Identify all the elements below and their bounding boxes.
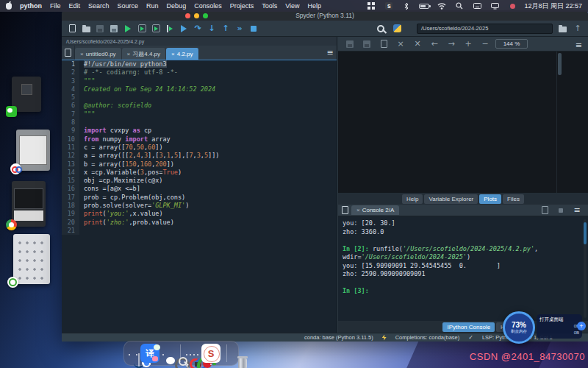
menu-item[interactable]: File bbox=[50, 2, 61, 10]
console-list-button[interactable] bbox=[338, 206, 351, 214]
plots-options-button[interactable]: ≡ bbox=[576, 38, 582, 51]
window-titlebar[interactable]: Spyder (Python 3.11) bbox=[62, 10, 588, 21]
menu-item[interactable]: Debug bbox=[167, 2, 187, 10]
next-plot[interactable]: → bbox=[445, 38, 457, 50]
code-line: 9import cvxpy as cp bbox=[62, 127, 337, 135]
editor-tab[interactable]: ×习题4.4.py bbox=[122, 48, 166, 60]
line-number: 4 bbox=[62, 85, 79, 93]
menu-item[interactable]: Tools bbox=[262, 2, 277, 10]
step-over[interactable]: ↷ bbox=[192, 23, 204, 35]
code-editor[interactable]: 1#!/usr/bin/env python32# -*- codiarng: … bbox=[62, 60, 337, 333]
code-text: @author: scofieldo bbox=[79, 102, 151, 110]
plots-content[interactable] bbox=[338, 52, 588, 193]
plots-scrollbar[interactable] bbox=[558, 53, 562, 75]
menu-item[interactable]: Projects bbox=[230, 2, 254, 10]
status-completions: Completions: conda(base) bbox=[395, 334, 460, 341]
menu-item[interactable]: python bbox=[20, 2, 42, 10]
previous-plot[interactable]: ← bbox=[429, 38, 440, 50]
apple-menu-icon[interactable] bbox=[6, 3, 12, 10]
preferences-wrench[interactable] bbox=[375, 23, 387, 35]
menu-clock[interactable]: 12月8日 周日 22:57 bbox=[524, 1, 582, 11]
console-tab[interactable]: × Console 2/A bbox=[351, 205, 399, 215]
editor-tab[interactable]: ×untitled0.py bbox=[75, 48, 122, 60]
panel-tab-files[interactable]: Files bbox=[503, 194, 524, 204]
bluetooth-icon[interactable] bbox=[401, 0, 412, 12]
line-number: 7 bbox=[62, 110, 79, 118]
menu-item[interactable]: Edit bbox=[69, 2, 81, 10]
menu-item[interactable]: Source bbox=[118, 2, 139, 10]
panel-tab-plots[interactable]: Plots bbox=[479, 194, 501, 204]
close-icon[interactable]: × bbox=[127, 51, 131, 57]
record-dot-icon[interactable] bbox=[506, 0, 518, 12]
editor-breadcrumb: /Users/scofieldo/2024-2025/4.2.py bbox=[62, 37, 337, 46]
menu-item[interactable]: Consoles bbox=[194, 2, 222, 10]
step-out[interactable]: ↑ bbox=[220, 23, 232, 35]
debug[interactable] bbox=[178, 23, 190, 35]
run[interactable] bbox=[122, 23, 134, 35]
editor-options-button[interactable]: ≡ bbox=[323, 46, 337, 60]
save[interactable] bbox=[94, 23, 106, 35]
remove-all-plots[interactable]: ✕ bbox=[412, 38, 423, 50]
code-text bbox=[79, 118, 84, 127]
new-console-icon[interactable] bbox=[539, 205, 550, 216]
editor-tab[interactable]: ×4.2.py bbox=[166, 48, 198, 60]
display-icon[interactable] bbox=[489, 0, 501, 12]
menu-icon[interactable]: ≡ bbox=[572, 205, 582, 216]
console-output[interactable]: you: [20. 30.]zho: 3360.0 In [2]: runfil… bbox=[338, 216, 588, 321]
line-number: 5 bbox=[62, 93, 79, 102]
code-text: a = array([[2,4,3],[3,1,5],[7,3,5]]) bbox=[79, 152, 219, 160]
plus-icon[interactable]: + bbox=[577, 322, 586, 330]
code-text: print('zho:',prob.value) bbox=[79, 219, 174, 227]
memory-tooltip[interactable]: 打开桌面端 0B0B + bbox=[537, 314, 582, 339]
open-file[interactable] bbox=[80, 23, 92, 35]
remove-plot[interactable]: × bbox=[395, 38, 406, 50]
panel-tab-variable-explorer[interactable]: Variable Explorer bbox=[424, 194, 478, 204]
panel-tab-help[interactable]: Help bbox=[402, 194, 423, 204]
memory-percent-bubble[interactable]: 73% 剩余内存 bbox=[503, 311, 535, 344]
run-cell[interactable] bbox=[136, 23, 148, 35]
wifi-icon[interactable] bbox=[436, 0, 448, 12]
copy-image[interactable] bbox=[378, 38, 390, 50]
menu-item[interactable]: Search bbox=[88, 2, 110, 10]
interrupt-icon[interactable] bbox=[556, 205, 566, 216]
step-into[interactable]: ↓ bbox=[206, 23, 218, 35]
console-line: In [2]: runfile('/Users/scofieldo/2024-2… bbox=[343, 245, 584, 254]
dock-item-spyder[interactable]: S bbox=[201, 344, 220, 363]
bottom-tab-ipython-console[interactable]: IPython Console bbox=[442, 322, 495, 332]
code-line: 15obj =cp.Maximize(c@x) bbox=[62, 177, 337, 185]
working-directory-selector[interactable]: /Users/scofieldo/2024-2025 bbox=[417, 24, 553, 34]
s-app-icon[interactable]: S bbox=[383, 0, 395, 12]
run-selection[interactable] bbox=[164, 23, 176, 35]
close-icon[interactable]: × bbox=[171, 51, 175, 57]
stop[interactable] bbox=[248, 23, 259, 35]
save-all[interactable] bbox=[108, 23, 120, 35]
open-directory[interactable] bbox=[556, 23, 568, 35]
search-icon[interactable] bbox=[453, 0, 465, 12]
line-number: 13 bbox=[62, 160, 79, 169]
code-text: c = array([70,50,60]) bbox=[79, 144, 163, 152]
plots-zoom-level[interactable]: 144 % bbox=[495, 39, 528, 49]
close-icon[interactable]: × bbox=[356, 207, 360, 213]
minimized-window-ide[interactable] bbox=[12, 181, 46, 227]
save-all-plots[interactable] bbox=[361, 38, 373, 50]
parent-directory-up[interactable]: ↑ bbox=[572, 23, 584, 35]
console-scrollbar[interactable] bbox=[584, 219, 587, 318]
editor-files-button[interactable] bbox=[62, 46, 75, 60]
minimized-window-dialog[interactable] bbox=[16, 130, 50, 171]
zoom-out[interactable]: − bbox=[479, 38, 491, 50]
menu-item[interactable]: View bbox=[285, 2, 299, 10]
continue[interactable]: » bbox=[234, 23, 245, 35]
grid-icon[interactable] bbox=[365, 0, 377, 12]
menu-item[interactable]: Help bbox=[308, 2, 322, 10]
close-icon[interactable]: × bbox=[80, 51, 84, 57]
run-cell-advance[interactable] bbox=[150, 23, 162, 35]
new-file[interactable] bbox=[66, 23, 78, 35]
menu-item[interactable]: Run bbox=[146, 2, 159, 10]
python-env[interactable] bbox=[391, 23, 403, 35]
save-plot[interactable] bbox=[344, 38, 356, 50]
keyboard-icon[interactable] bbox=[471, 0, 483, 12]
zoom-in[interactable]: + bbox=[462, 38, 474, 50]
minimized-window-grid[interactable] bbox=[13, 234, 50, 284]
battery-icon[interactable] bbox=[418, 0, 430, 12]
memory-cleaner-widget[interactable]: 73% 剩余内存 打开桌面端 0B0B + bbox=[503, 311, 582, 344]
